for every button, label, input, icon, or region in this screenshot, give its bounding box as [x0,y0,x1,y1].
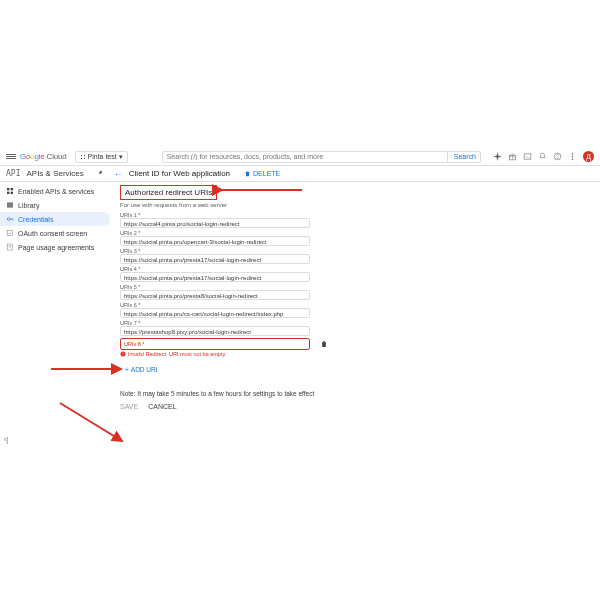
plus-icon: + [125,366,129,373]
sidebar-item-label: Enabled APIs & services [18,188,94,195]
trash-icon [320,340,328,348]
svg-point-2 [81,158,82,159]
uri-error-message: Invalid Redirect: URI must not be empty. [120,351,594,357]
svg-rect-29 [123,355,124,356]
section-heading: Authorized redirect URIs [125,188,212,197]
terminal-icon[interactable] [523,152,532,161]
svg-rect-9 [524,154,531,159]
body: Enabled APIs & services Library Credenti… [0,182,600,416]
sidebar-item-oauth-consent[interactable]: OAuth consent screen [0,226,110,240]
sidebar-item-library[interactable]: Library [0,198,110,212]
trash-icon [244,170,251,177]
uri-input-error[interactable]: URIs 8 * [120,338,310,350]
delete-button[interactable]: DELETE [244,170,280,177]
uri-field: URIs 6 *https://social.pinta.pro/cs-cart… [120,302,310,318]
svg-rect-23 [7,230,12,235]
uris-list: URIs 1 *https://social4.pinta.pro/social… [120,212,310,336]
section-bar: API APIs & Services ← Client ID for Web … [0,166,600,182]
gift-icon[interactable] [508,152,517,161]
svg-rect-20 [9,202,10,207]
page-title: Client ID for Web application [129,169,230,178]
sidebar: Enabled APIs & services Library Credenti… [0,182,110,416]
more-vert-icon[interactable] [568,152,577,161]
svg-point-13 [572,156,573,157]
svg-rect-15 [7,188,9,190]
sidebar-item-label: Credentials [18,216,53,223]
help-icon[interactable] [553,152,562,161]
sidebar-item-credentials[interactable]: Credentials [0,212,110,226]
cancel-button[interactable]: CANCEL [148,403,176,410]
add-uri-button[interactable]: + ADD URI [120,363,163,376]
uri-field: URIs 7 *https://prestashop8.pixy.pro/soc… [120,320,310,336]
svg-point-1 [84,155,85,156]
uri-input[interactable]: https://prestashop8.pixy.pro/social-logi… [120,326,310,336]
sidebar-collapse[interactable]: ‹| [4,436,8,443]
grid-icon [6,187,14,195]
avatar[interactable]: Д [583,151,594,162]
uri-input[interactable]: https://social.pinta.pro/cs-cart/social-… [120,308,310,318]
delete-uri-button[interactable] [320,340,328,350]
heading-highlight-box: Authorized redirect URIs [120,185,217,200]
svg-rect-18 [11,192,13,194]
uri-input[interactable]: https://social.pinta.pro/presta8/social-… [120,290,310,300]
pin-icon[interactable] [96,169,104,179]
project-icon [80,154,86,160]
sidebar-item-label: Library [18,202,39,209]
sidebar-item-label: OAuth consent screen [18,230,87,237]
library-icon [6,201,14,209]
project-picker[interactable]: Pinta test ▾ [75,151,128,163]
search-button[interactable]: Search [447,152,480,162]
consent-icon [6,229,14,237]
brand-logo[interactable]: GoogleCloud [20,152,67,161]
back-arrow-icon[interactable]: ← [114,169,123,179]
svg-rect-28 [123,353,124,355]
search-bar[interactable]: Search [162,151,481,163]
caret-down-icon: ▾ [119,153,123,161]
hamburger-icon[interactable] [6,154,16,159]
svg-point-22 [7,218,10,221]
uri-input-error-label: URIs 8 * [124,341,144,347]
heading-subnote: For use with requests from a web server [120,202,594,208]
uri-field-error: URIs 8 * Invalid Redirect: URI must not … [120,338,594,357]
svg-rect-21 [11,202,12,207]
header-bar: GoogleCloud Pinta test ▾ Search Д [0,148,600,166]
header-icons: Д [493,151,594,162]
main-content: Authorized redirect URIs For use with re… [110,182,600,416]
uri-field: URIs 5 *https://social.pinta.pro/presta8… [120,284,310,300]
uri-field: URIs 1 *https://social4.pinta.pro/social… [120,212,310,228]
section-title: APIs & Services [26,169,83,178]
gemini-icon[interactable] [493,152,502,161]
svg-point-3 [84,158,85,159]
api-logo: API [6,169,20,178]
bell-icon[interactable] [538,152,547,161]
save-button[interactable]: SAVE [120,403,138,410]
svg-point-14 [572,159,573,160]
svg-point-0 [81,155,82,156]
uri-input[interactable]: https://social.pinta.pro/presta17/social… [120,272,310,282]
uri-field: URIs 3 *https://social.pinta.pro/presta1… [120,248,310,264]
project-name: Pinta test [88,153,117,160]
uri-input[interactable]: https://social.pinta.pro/presta17/social… [120,254,310,264]
settings-note: Note: It may take 5 minutes to a few hou… [120,390,594,397]
uri-input[interactable]: https://social4.pinta.pro/social-login-r… [120,218,310,228]
svg-point-12 [572,153,573,154]
button-row: SAVE CANCEL [120,403,594,410]
uri-field: URIs 4 *https://social.pinta.pro/presta1… [120,266,310,282]
svg-point-11 [557,158,558,159]
svg-rect-19 [7,202,8,207]
sidebar-item-enabled-apis[interactable]: Enabled APIs & services [0,184,110,198]
sidebar-item-page-usage[interactable]: Page usage agreements [0,240,110,254]
search-input[interactable] [163,153,447,160]
svg-rect-16 [11,188,13,190]
error-icon [120,351,126,357]
key-icon [6,215,14,223]
uri-field: URIs 2 *https://social.pinta.pro/opencar… [120,230,310,246]
uri-input[interactable]: https://social.pinta.pro/opencart-3/soci… [120,236,310,246]
sidebar-item-label: Page usage agreements [18,244,94,251]
page-icon [6,243,14,251]
svg-rect-17 [7,192,9,194]
